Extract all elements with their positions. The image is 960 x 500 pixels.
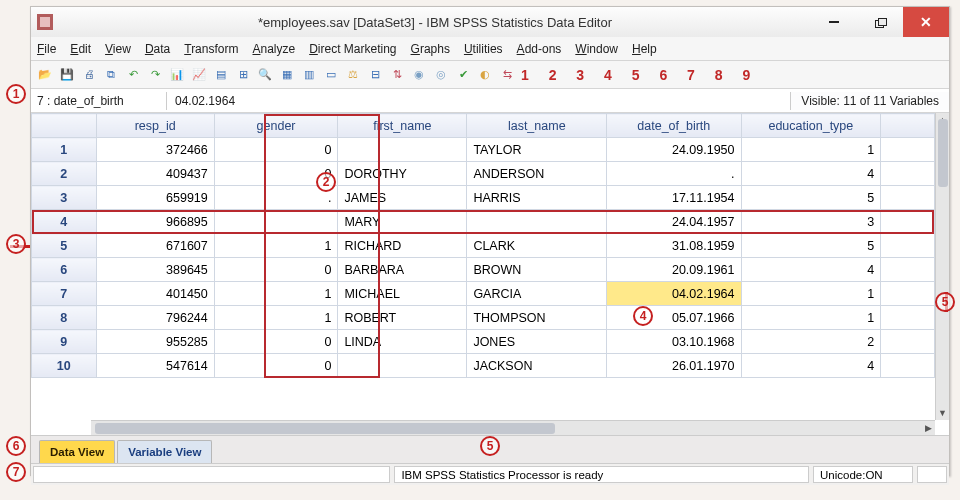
customize-toolbar-icon[interactable]: ◐	[477, 67, 493, 83]
print-icon[interactable]: 🖨	[81, 67, 97, 83]
cell-gender[interactable]: 1	[214, 282, 338, 306]
cell-resp_id[interactable]: 409437	[96, 162, 214, 186]
cell-education_type[interactable]: 2	[741, 330, 881, 354]
save-icon[interactable]: 💾	[59, 67, 75, 83]
open-icon[interactable]: 📂	[37, 67, 53, 83]
cell-last_name[interactable]: TAYLOR	[467, 138, 607, 162]
menu-utilities[interactable]: Utilities	[464, 42, 503, 56]
cell-gender[interactable]: 0	[214, 330, 338, 354]
cell-resp_id[interactable]: 796244	[96, 306, 214, 330]
vertical-scrollbar[interactable]: ▲ ▼	[935, 113, 949, 420]
cell-education_type[interactable]: 4	[741, 162, 881, 186]
table-row[interactable]: 4966895MARY24.04.19573	[32, 210, 935, 234]
goto-case-icon[interactable]: 📊	[169, 67, 185, 83]
column-header-date_of_birth[interactable]: date_of_birth	[607, 114, 741, 138]
menu-add-ons[interactable]: Add-ons	[517, 42, 562, 56]
row-header[interactable]: 4	[32, 210, 97, 234]
cell-resp_id[interactable]: 955285	[96, 330, 214, 354]
cell-last_name[interactable]: JACKSON	[467, 354, 607, 378]
tab-data-view[interactable]: Data View	[39, 440, 115, 463]
cell-gender[interactable]: .	[214, 186, 338, 210]
cell-resp_id[interactable]: 372466	[96, 138, 214, 162]
cell-gender[interactable]: 0	[214, 258, 338, 282]
row-header[interactable]: 9	[32, 330, 97, 354]
table-row[interactable]: 105476140JACKSON26.01.19704	[32, 354, 935, 378]
table-row[interactable]: 74014501MICHAELGARCIA04.02.19641	[32, 282, 935, 306]
cell-date_of_birth[interactable]: 26.01.1970	[607, 354, 741, 378]
cell-first_name[interactable]	[338, 138, 467, 162]
cell-first_name[interactable]: RICHARD	[338, 234, 467, 258]
cell-gender[interactable]: 0	[214, 138, 338, 162]
split-file-icon[interactable]: ▭	[323, 67, 339, 83]
cell-resp_id[interactable]: 389645	[96, 258, 214, 282]
weight-cases-icon[interactable]: ⚖	[345, 67, 361, 83]
vertical-scroll-thumb[interactable]	[938, 119, 948, 187]
cell-date_of_birth[interactable]: 05.07.1966	[607, 306, 741, 330]
column-header-first_name[interactable]: first_name	[338, 114, 467, 138]
use-variable-sets-icon[interactable]: ◉	[411, 67, 427, 83]
menu-file[interactable]: File	[37, 42, 56, 56]
row-header[interactable]: 10	[32, 354, 97, 378]
row-header[interactable]: 2	[32, 162, 97, 186]
select-cases-icon[interactable]: ⊟	[367, 67, 383, 83]
menu-graphs[interactable]: Graphs	[411, 42, 450, 56]
row-header[interactable]: 7	[32, 282, 97, 306]
cell-date_of_birth[interactable]: 03.10.1968	[607, 330, 741, 354]
menu-transform[interactable]: Transform	[184, 42, 238, 56]
table-row[interactable]: 63896450BARBARABROWN20.09.19614	[32, 258, 935, 282]
cell-reference-value[interactable]: 04.02.1964	[167, 92, 790, 110]
horizontal-scrollbar[interactable]: ◀ ▶	[91, 420, 935, 435]
cell-date_of_birth[interactable]: 24.09.1950	[607, 138, 741, 162]
scroll-down-icon[interactable]: ▼	[936, 406, 949, 420]
cell-last_name[interactable]: THOMPSON	[467, 306, 607, 330]
cell-education_type[interactable]: 1	[741, 306, 881, 330]
menu-data[interactable]: Data	[145, 42, 170, 56]
cell-resp_id[interactable]: 401450	[96, 282, 214, 306]
table-row[interactable]: 24094370DOROTHYANDERSON.4	[32, 162, 935, 186]
column-header-last_name[interactable]: last_name	[467, 114, 607, 138]
cell-education_type[interactable]: 4	[741, 354, 881, 378]
row-header[interactable]: 5	[32, 234, 97, 258]
redo-icon[interactable]: ↷	[147, 67, 163, 83]
scroll-right-icon[interactable]: ▶	[921, 421, 935, 435]
toggle-value-labels-icon[interactable]: ⇆	[499, 67, 515, 83]
maximize-button[interactable]	[857, 7, 903, 37]
cell-gender[interactable]	[214, 210, 338, 234]
cell-first_name[interactable]: JAMES	[338, 186, 467, 210]
cell-resp_id[interactable]: 547614	[96, 354, 214, 378]
cell-resp_id[interactable]: 966895	[96, 210, 214, 234]
minimize-button[interactable]	[811, 7, 857, 37]
cell-date_of_birth[interactable]: 31.08.1959	[607, 234, 741, 258]
cell-last_name[interactable]	[467, 210, 607, 234]
cell-gender[interactable]: 1	[214, 234, 338, 258]
cell-date_of_birth[interactable]: 17.11.1954	[607, 186, 741, 210]
menu-view[interactable]: View	[105, 42, 131, 56]
cell-date_of_birth[interactable]: .	[607, 162, 741, 186]
recall-dialog-icon[interactable]: ⧉	[103, 67, 119, 83]
row-header[interactable]: 6	[32, 258, 97, 282]
cell-education_type[interactable]: 1	[741, 282, 881, 306]
table-row[interactable]: 3659919.JAMESHARRIS17.11.19545	[32, 186, 935, 210]
table-row[interactable]: 13724660TAYLOR24.09.19501	[32, 138, 935, 162]
cell-first_name[interactable]: LINDA	[338, 330, 467, 354]
spell-check-icon[interactable]: ✔	[455, 67, 471, 83]
cell-education_type[interactable]: 5	[741, 234, 881, 258]
cell-last_name[interactable]: JONES	[467, 330, 607, 354]
table-row[interactable]: 99552850LINDAJONES03.10.19682	[32, 330, 935, 354]
title-bar[interactable]: *employees.sav [DataSet3] - IBM SPSS Sta…	[31, 7, 949, 37]
cell-education_type[interactable]: 3	[741, 210, 881, 234]
active-cell[interactable]: 04.02.1964	[607, 282, 741, 306]
column-header-education_type[interactable]: education_type	[741, 114, 881, 138]
cell-education_type[interactable]: 5	[741, 186, 881, 210]
close-button[interactable]: ✕	[903, 7, 949, 37]
cell-first_name[interactable]: BARBARA	[338, 258, 467, 282]
menu-window[interactable]: Window	[575, 42, 618, 56]
show-all-variables-icon[interactable]: ◎	[433, 67, 449, 83]
run-descriptives-icon[interactable]: ⊞	[235, 67, 251, 83]
column-header-gender[interactable]: gender	[214, 114, 338, 138]
table-row[interactable]: 56716071RICHARDCLARK31.08.19595	[32, 234, 935, 258]
undo-icon[interactable]: ↶	[125, 67, 141, 83]
insert-cases-icon[interactable]: ▦	[279, 67, 295, 83]
cell-last_name[interactable]: HARRIS	[467, 186, 607, 210]
cell-education_type[interactable]: 4	[741, 258, 881, 282]
